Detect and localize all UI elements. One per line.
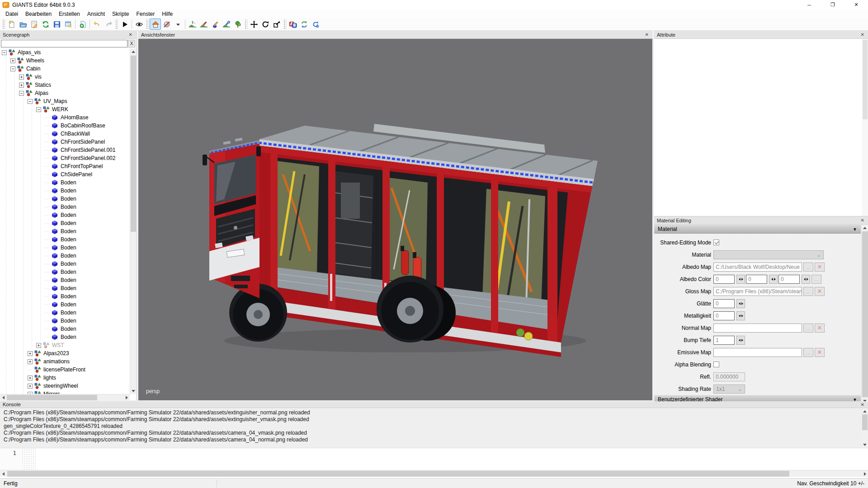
tree-node-Boden[interactable]: Boden (0, 317, 130, 325)
dropdown-button[interactable] (172, 19, 184, 30)
tree-node-Boden[interactable]: Boden (0, 178, 130, 187)
material-section-header[interactable]: Material ▼ (654, 225, 861, 234)
open-file-button[interactable] (17, 19, 28, 30)
metalligkeit-field[interactable]: 0 (713, 311, 735, 320)
scroll-up-icon[interactable] (130, 48, 136, 55)
menu-ansicht[interactable]: Ansicht (84, 10, 108, 18)
tree-node-Cabin[interactable]: Cabin (0, 65, 130, 73)
translate-button[interactable] (248, 19, 259, 30)
tree-node-UV_Maps[interactable]: UV_Maps (0, 97, 130, 105)
menu-skripte[interactable]: Skripte (108, 10, 132, 18)
tree-node-Wheels[interactable]: Wheels (0, 56, 130, 65)
tree-node-Boden[interactable]: Boden (0, 187, 130, 195)
shared-editing-checkbox[interactable] (713, 239, 719, 245)
tree-node-lights[interactable]: lights (0, 374, 130, 382)
terrain-sculpt-button[interactable] (187, 19, 198, 30)
terrain-info-button[interactable] (221, 19, 232, 30)
tree-node-Boden[interactable]: Boden (0, 325, 130, 333)
export-button[interactable] (62, 19, 74, 30)
scroll-down-icon[interactable] (130, 388, 136, 394)
expand-icon[interactable] (10, 58, 15, 63)
menu-datei[interactable]: Datei (2, 10, 22, 18)
bump-tiefe-field[interactable]: 1 (713, 336, 735, 345)
albedo-color-r-field[interactable]: 0 (713, 275, 735, 284)
redo-button[interactable] (103, 19, 114, 30)
frame-selected-button[interactable] (150, 19, 161, 30)
replace-text-button[interactable]: AB (287, 19, 298, 30)
gloss-map-clear-button[interactable]: ✕ (815, 287, 825, 296)
tree-node-Boden[interactable]: Boden (0, 333, 130, 341)
tree-node-Boden[interactable]: Boden (0, 260, 130, 268)
scenegraph-search-input[interactable] (1, 40, 127, 47)
tree-node-Alpas[interactable]: Alpas (0, 89, 130, 97)
bump-tiefe-spinner[interactable] (736, 336, 745, 345)
terrain-paint-button[interactable] (198, 19, 209, 30)
scrollbar-thumb[interactable] (7, 471, 789, 477)
viewport-close-icon[interactable]: ✕ (644, 32, 650, 37)
tree-node-Boden[interactable]: Boden (0, 227, 130, 235)
rotate-button[interactable] (259, 19, 271, 30)
scroll-right-icon[interactable] (862, 470, 868, 477)
restore-button[interactable]: ❐ (821, 0, 844, 9)
expand-icon[interactable] (19, 83, 24, 88)
viewport-3d-canvas[interactable]: persp (138, 39, 652, 400)
albedo-color-b-spinner[interactable] (802, 275, 810, 284)
undo-button[interactable] (91, 19, 103, 30)
tree-node-AHornBase[interactable]: AHornBase (0, 113, 130, 122)
menu-hilfe[interactable]: Hilfe (158, 10, 176, 18)
expand-icon[interactable] (28, 359, 33, 364)
scroll-down-icon[interactable] (862, 441, 868, 448)
collapse-icon[interactable] (36, 107, 41, 112)
collapse-icon[interactable] (28, 99, 33, 104)
no-material-button[interactable] (161, 19, 172, 30)
tree-node-ChFrontSidePanel.001[interactable]: ChFrontSidePanel.001 (0, 146, 130, 154)
gloss-map-browse-button[interactable]: ... (803, 287, 813, 296)
reload-shaders-button[interactable] (310, 19, 321, 30)
console-log[interactable]: C:/Program Files (x86)/Steam/steamapps/c… (0, 408, 868, 448)
shading-rate-dropdown[interactable]: 1x1⌄ (713, 385, 745, 394)
gloss-map-field[interactable]: C:/Program Files (x86)/Steam/stean (713, 287, 802, 296)
expand-icon[interactable] (28, 384, 33, 389)
normal-map-field[interactable] (713, 324, 802, 333)
play-button[interactable] (119, 19, 130, 30)
attribute-scrollbar[interactable] (862, 39, 868, 216)
tree-node-ChFrontSidePanel[interactable]: ChFrontSidePanel (0, 138, 130, 146)
scroll-left-icon[interactable] (0, 470, 6, 477)
tree-node-licensePlateFront[interactable]: licensePlateFront (0, 366, 130, 374)
tree-node-Boden[interactable]: Boden (0, 276, 130, 284)
scrollbar-thumb[interactable] (131, 56, 136, 232)
tree-node-Boden[interactable]: Boden (0, 268, 130, 276)
tree-node-WERK[interactable]: WERK (0, 105, 130, 113)
scroll-left-icon[interactable] (0, 394, 6, 400)
albedo-color-r-spinner[interactable] (736, 275, 745, 284)
console-scrollbar[interactable] (862, 408, 868, 448)
tree-node-animations[interactable]: animations (0, 357, 130, 366)
tree-node-steeringWheel[interactable]: steeringWheel (0, 382, 130, 390)
expand-icon[interactable] (19, 75, 24, 80)
tree-node-Boden[interactable]: Boden (0, 284, 130, 292)
albedo-color-g-spinner[interactable] (769, 275, 778, 284)
tree-node-Mirrors[interactable]: Mirrors (0, 390, 130, 394)
glaette-field[interactable]: 0 (713, 299, 735, 308)
glaette-spinner[interactable] (736, 299, 745, 308)
expand-icon[interactable] (36, 343, 41, 348)
menu-fenster[interactable]: Fenster (132, 10, 158, 18)
tree-node-Boden[interactable]: Boden (0, 235, 130, 244)
minimize-button[interactable]: ─ (797, 0, 821, 9)
scrollbar-thumb[interactable] (862, 231, 868, 397)
expand-icon[interactable] (28, 351, 33, 356)
tree-node-Boden[interactable]: Boden (0, 195, 130, 203)
tree-node-Boden[interactable]: Boden (0, 309, 130, 317)
emissive-map-clear-button[interactable]: ✕ (815, 348, 825, 357)
menu-erstellen[interactable]: Erstellen (55, 10, 84, 18)
script-hscrollbar[interactable] (0, 470, 868, 477)
collapse-icon[interactable] (10, 66, 15, 71)
tree-node-ChFrontTopPanel[interactable]: ChFrontTopPanel (0, 162, 130, 170)
scenegraph-search-clear-button[interactable]: X (128, 40, 135, 47)
albedo-map-browse-button[interactable]: ... (803, 263, 813, 272)
reload-button[interactable] (40, 19, 51, 30)
tree-node-Boden[interactable]: Boden (0, 292, 130, 300)
tree-node-ChSidePanel[interactable]: ChSidePanel (0, 170, 130, 178)
scrollbar-thumb[interactable] (862, 414, 868, 430)
tree-node-WST[interactable]: WST (0, 341, 130, 349)
